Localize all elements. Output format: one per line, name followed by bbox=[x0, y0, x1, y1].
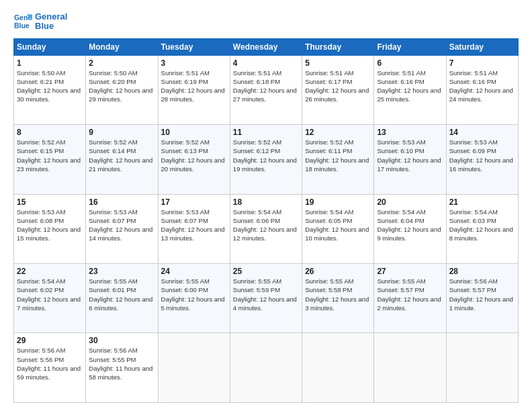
calendar-cell: 26Sunrise: 5:55 AMSunset: 5:58 PMDayligh… bbox=[302, 264, 374, 333]
calendar-table: SundayMondayTuesdayWednesdayThursdayFrid… bbox=[13, 38, 519, 403]
day-info: Sunrise: 5:53 AMSunset: 6:09 PMDaylight:… bbox=[449, 138, 515, 173]
day-info: Sunrise: 5:52 AMSunset: 6:14 PMDaylight:… bbox=[89, 138, 154, 173]
day-number: 13 bbox=[377, 128, 443, 137]
day-number: 11 bbox=[233, 128, 299, 137]
calendar-cell: 10Sunrise: 5:52 AMSunset: 6:13 PMDayligh… bbox=[158, 125, 230, 194]
day-number: 1 bbox=[17, 58, 83, 68]
weekday-header-friday: Friday bbox=[374, 38, 446, 55]
day-number: 27 bbox=[377, 267, 443, 276]
day-number: 19 bbox=[305, 197, 371, 207]
svg-text:Blue: Blue bbox=[14, 21, 30, 30]
day-info: Sunrise: 5:52 AMSunset: 6:15 PMDaylight:… bbox=[17, 138, 83, 173]
calendar-cell: 2Sunrise: 5:50 AMSunset: 6:20 PMDaylight… bbox=[86, 55, 158, 124]
weekday-header-wednesday: Wednesday bbox=[230, 38, 302, 55]
day-info: Sunrise: 5:54 AMSunset: 6:03 PMDaylight:… bbox=[449, 208, 515, 243]
day-info: Sunrise: 5:54 AMSunset: 6:05 PMDaylight:… bbox=[305, 208, 371, 243]
day-info: Sunrise: 5:50 AMSunset: 6:21 PMDaylight:… bbox=[17, 68, 83, 104]
calendar-cell: 12Sunrise: 5:52 AMSunset: 6:11 PMDayligh… bbox=[302, 125, 374, 194]
weekday-header-thursday: Thursday bbox=[302, 38, 374, 55]
day-info: Sunrise: 5:54 AMSunset: 6:02 PMDaylight:… bbox=[17, 277, 83, 312]
day-number: 28 bbox=[449, 267, 515, 276]
day-info: Sunrise: 5:55 AMSunset: 6:00 PMDaylight:… bbox=[161, 277, 227, 312]
day-number: 25 bbox=[233, 267, 299, 276]
day-number: 30 bbox=[89, 336, 154, 345]
weekday-header-tuesday: Tuesday bbox=[158, 38, 230, 55]
day-info: Sunrise: 5:56 AMSunset: 5:56 PMDaylight:… bbox=[17, 346, 83, 381]
day-info: Sunrise: 5:52 AMSunset: 6:12 PMDaylight:… bbox=[233, 138, 299, 173]
calendar-cell: 6Sunrise: 5:51 AMSunset: 6:16 PMDaylight… bbox=[374, 55, 446, 124]
calendar-cell: 30Sunrise: 5:56 AMSunset: 5:55 PMDayligh… bbox=[86, 333, 158, 403]
weekday-header-sunday: Sunday bbox=[14, 38, 86, 55]
day-info: Sunrise: 5:52 AMSunset: 6:13 PMDaylight:… bbox=[161, 138, 227, 173]
week-row-3: 15Sunrise: 5:53 AMSunset: 6:08 PMDayligh… bbox=[14, 194, 519, 263]
day-number: 2 bbox=[89, 58, 154, 68]
calendar-cell: 22Sunrise: 5:54 AMSunset: 6:02 PMDayligh… bbox=[14, 264, 86, 333]
day-info: Sunrise: 5:55 AMSunset: 6:01 PMDaylight:… bbox=[89, 277, 154, 312]
day-number: 26 bbox=[305, 267, 371, 276]
day-info: Sunrise: 5:53 AMSunset: 6:08 PMDaylight:… bbox=[17, 208, 83, 243]
day-info: Sunrise: 5:55 AMSunset: 5:57 PMDaylight:… bbox=[377, 277, 443, 312]
day-number: 20 bbox=[377, 197, 443, 207]
calendar-cell: 25Sunrise: 5:55 AMSunset: 5:59 PMDayligh… bbox=[230, 264, 302, 333]
calendar-cell bbox=[230, 333, 302, 403]
day-number: 18 bbox=[233, 197, 299, 207]
day-info: Sunrise: 5:53 AMSunset: 6:10 PMDaylight:… bbox=[377, 138, 443, 173]
day-info: Sunrise: 5:50 AMSunset: 6:20 PMDaylight:… bbox=[89, 68, 154, 104]
calendar-cell: 4Sunrise: 5:51 AMSunset: 6:18 PMDaylight… bbox=[230, 55, 302, 124]
calendar-cell bbox=[158, 333, 230, 403]
day-number: 15 bbox=[17, 197, 83, 207]
logo-text-general: General bbox=[35, 12, 67, 21]
calendar-cell bbox=[374, 333, 446, 403]
day-number: 17 bbox=[161, 197, 227, 207]
calendar-cell: 21Sunrise: 5:54 AMSunset: 6:03 PMDayligh… bbox=[446, 194, 518, 263]
day-info: Sunrise: 5:53 AMSunset: 6:07 PMDaylight:… bbox=[89, 208, 154, 243]
day-number: 5 bbox=[305, 58, 371, 68]
calendar-cell: 18Sunrise: 5:54 AMSunset: 6:06 PMDayligh… bbox=[230, 194, 302, 263]
calendar-cell: 15Sunrise: 5:53 AMSunset: 6:08 PMDayligh… bbox=[14, 194, 86, 263]
calendar-cell: 27Sunrise: 5:55 AMSunset: 5:57 PMDayligh… bbox=[374, 264, 446, 333]
day-info: Sunrise: 5:53 AMSunset: 6:07 PMDaylight:… bbox=[161, 208, 227, 243]
day-number: 12 bbox=[305, 128, 371, 137]
day-number: 8 bbox=[17, 128, 83, 137]
day-number: 23 bbox=[89, 267, 154, 276]
calendar-cell: 11Sunrise: 5:52 AMSunset: 6:12 PMDayligh… bbox=[230, 125, 302, 194]
calendar-cell: 5Sunrise: 5:51 AMSunset: 6:17 PMDaylight… bbox=[302, 55, 374, 124]
calendar-cell: 16Sunrise: 5:53 AMSunset: 6:07 PMDayligh… bbox=[86, 194, 158, 263]
calendar-cell: 1Sunrise: 5:50 AMSunset: 6:21 PMDaylight… bbox=[14, 55, 86, 124]
day-info: Sunrise: 5:51 AMSunset: 6:17 PMDaylight:… bbox=[305, 68, 371, 104]
calendar-cell: 14Sunrise: 5:53 AMSunset: 6:09 PMDayligh… bbox=[446, 125, 518, 194]
day-number: 24 bbox=[161, 267, 227, 276]
calendar-cell bbox=[446, 333, 518, 403]
weekday-header-monday: Monday bbox=[86, 38, 158, 55]
logo-icon: General Blue bbox=[13, 12, 32, 31]
day-info: Sunrise: 5:56 AMSunset: 5:55 PMDaylight:… bbox=[89, 346, 154, 381]
page: General Blue General Blue SundayMondayTu… bbox=[0, 0, 532, 411]
calendar-cell: 3Sunrise: 5:51 AMSunset: 6:19 PMDaylight… bbox=[158, 55, 230, 124]
day-info: Sunrise: 5:52 AMSunset: 6:11 PMDaylight:… bbox=[305, 138, 371, 173]
day-info: Sunrise: 5:56 AMSunset: 5:57 PMDaylight:… bbox=[449, 277, 515, 312]
day-number: 29 bbox=[17, 336, 83, 345]
day-number: 7 bbox=[449, 58, 515, 68]
day-number: 21 bbox=[449, 197, 515, 207]
day-number: 16 bbox=[89, 197, 154, 207]
calendar-cell: 28Sunrise: 5:56 AMSunset: 5:57 PMDayligh… bbox=[446, 264, 518, 333]
day-info: Sunrise: 5:51 AMSunset: 6:18 PMDaylight:… bbox=[233, 68, 299, 104]
calendar-cell: 23Sunrise: 5:55 AMSunset: 6:01 PMDayligh… bbox=[86, 264, 158, 333]
calendar-cell: 9Sunrise: 5:52 AMSunset: 6:14 PMDaylight… bbox=[86, 125, 158, 194]
calendar-cell: 20Sunrise: 5:54 AMSunset: 6:04 PMDayligh… bbox=[374, 194, 446, 263]
day-info: Sunrise: 5:51 AMSunset: 6:16 PMDaylight:… bbox=[449, 68, 515, 104]
week-row-1: 1Sunrise: 5:50 AMSunset: 6:21 PMDaylight… bbox=[14, 55, 519, 124]
calendar-cell: 7Sunrise: 5:51 AMSunset: 6:16 PMDaylight… bbox=[446, 55, 518, 124]
logo-text-blue: Blue bbox=[35, 21, 67, 31]
day-number: 3 bbox=[161, 58, 227, 68]
calendar-cell: 13Sunrise: 5:53 AMSunset: 6:10 PMDayligh… bbox=[374, 125, 446, 194]
calendar-cell: 19Sunrise: 5:54 AMSunset: 6:05 PMDayligh… bbox=[302, 194, 374, 263]
calendar-cell: 24Sunrise: 5:55 AMSunset: 6:00 PMDayligh… bbox=[158, 264, 230, 333]
week-row-2: 8Sunrise: 5:52 AMSunset: 6:15 PMDaylight… bbox=[14, 125, 519, 194]
calendar-cell: 29Sunrise: 5:56 AMSunset: 5:56 PMDayligh… bbox=[14, 333, 86, 403]
day-info: Sunrise: 5:54 AMSunset: 6:04 PMDaylight:… bbox=[377, 208, 443, 243]
weekday-header-saturday: Saturday bbox=[446, 38, 518, 55]
day-number: 22 bbox=[17, 267, 83, 276]
day-number: 6 bbox=[377, 58, 443, 68]
day-info: Sunrise: 5:51 AMSunset: 6:19 PMDaylight:… bbox=[161, 68, 227, 104]
